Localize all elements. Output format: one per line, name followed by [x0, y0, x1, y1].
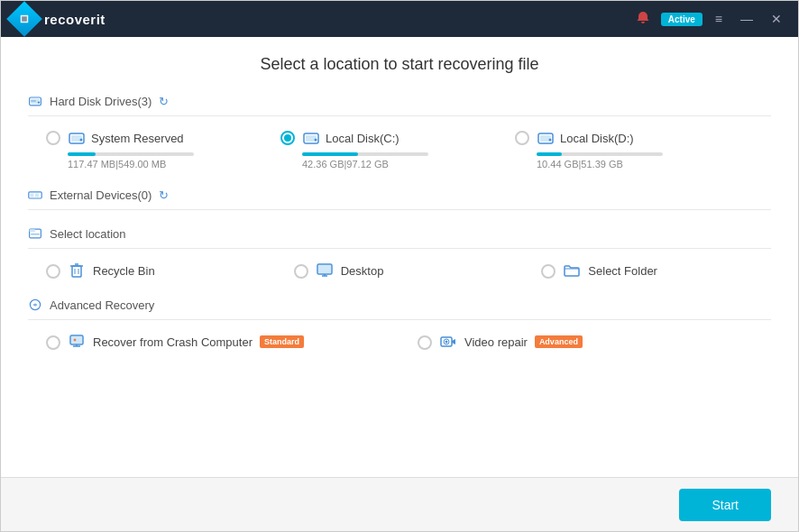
crash-computer-icon: [68, 333, 86, 351]
radio-desktop[interactable]: [294, 264, 308, 279]
app-name: recoverit: [44, 12, 106, 27]
refresh-external-icon[interactable]: ↻: [159, 188, 169, 202]
active-badge: Active: [661, 13, 703, 26]
radio-local-d[interactable]: [515, 131, 529, 145]
hard-disk-header: Hard Disk Drives(3) ↻: [28, 94, 771, 116]
location-select-folder[interactable]: Select Folder: [541, 261, 771, 280]
svg-rect-27: [318, 265, 331, 273]
svg-point-11: [315, 139, 317, 142]
video-repair-label: Video repair: [464, 335, 528, 349]
drive-label-local-c: Local Disk(C:): [326, 132, 400, 145]
drive-icon-label-local-c: Local Disk(C:): [302, 129, 428, 147]
footer: Start: [1, 477, 798, 531]
video-repair-icon: [439, 333, 457, 351]
external-devices-header: External Devices(0) ↻: [28, 188, 771, 210]
radio-system-reserved[interactable]: [46, 131, 60, 145]
drive-icon-system-reserved: [68, 129, 86, 147]
radio-video-repair[interactable]: [418, 335, 432, 350]
drive-progress-fill-local-d: [537, 152, 562, 156]
drive-info-local-d: Local Disk(D:) 10.44 GB|51.39 GB: [537, 129, 663, 170]
hard-disk-section: Hard Disk Drives(3) ↻ System: [28, 94, 771, 170]
drive-icon-label-system-reserved: System Reserved: [68, 129, 194, 147]
crash-computer-badge: Standard: [260, 335, 304, 348]
location-recycle-bin[interactable]: Recycle Bin: [46, 261, 276, 280]
title-bar-controls: Active ≡ — ✕: [632, 7, 787, 32]
drive-progress-fill-local-c: [302, 152, 358, 156]
start-button[interactable]: Start: [679, 489, 771, 521]
advanced-row: Recover from Crash Computer Standard Vid…: [28, 333, 771, 351]
hard-disk-icon: [28, 94, 42, 108]
desktop-icon: [316, 261, 334, 280]
minimize-button[interactable]: —: [735, 9, 758, 29]
location-desktop[interactable]: Desktop: [294, 261, 524, 280]
drive-label-system-reserved: System Reserved: [91, 132, 184, 145]
svg-rect-32: [71, 336, 82, 344]
drive-progress-fill-system-reserved: [68, 152, 96, 156]
svg-point-14: [549, 139, 552, 142]
radio-crash-computer[interactable]: [46, 335, 60, 350]
logo-area: recoverit: [12, 6, 632, 32]
app-logo: [6, 1, 42, 37]
menu-button[interactable]: ≡: [710, 9, 728, 29]
drive-size-system-reserved: 117.47 MB|549.00 MB: [68, 159, 194, 170]
drive-local-d[interactable]: Local Disk(D:) 10.44 GB|51.39 GB: [515, 129, 731, 170]
drive-size-local-d: 10.44 GB|51.39 GB: [537, 159, 663, 170]
drive-icon-label-local-d: Local Disk(D:): [537, 129, 663, 147]
drive-progress-local-d: [537, 152, 663, 156]
radio-select-folder[interactable]: [541, 264, 556, 279]
location-row: Recycle Bin Desktop: [28, 261, 771, 280]
svg-rect-19: [30, 229, 35, 232]
svg-point-40: [445, 341, 448, 344]
drive-size-local-c: 42.36 GB|97.12 GB: [302, 159, 428, 170]
svg-rect-16: [30, 193, 33, 197]
refresh-icon[interactable]: ↻: [159, 95, 169, 108]
select-location-icon: [28, 226, 42, 241]
close-button[interactable]: ✕: [766, 9, 787, 29]
drive-info-local-c: Local Disk(C:) 42.36 GB|97.12 GB: [302, 129, 428, 170]
select-location-section: Select location Recycle Bin: [28, 226, 771, 280]
drive-label-local-d: Local Disk(D:): [560, 132, 634, 145]
video-repair-badge: Advanced: [535, 335, 583, 348]
external-devices-icon: [28, 188, 42, 202]
select-location-label: Select location: [50, 227, 126, 241]
recycle-bin-label: Recycle Bin: [93, 264, 155, 278]
crash-computer-label: Recover from Crash Computer: [93, 335, 253, 349]
advanced-recovery-header: Advanced Recovery: [28, 298, 771, 320]
svg-rect-17: [35, 193, 39, 197]
external-devices-section: External Devices(0) ↻: [28, 188, 771, 210]
select-folder-label: Select Folder: [588, 264, 657, 278]
radio-recycle-bin[interactable]: [46, 264, 60, 279]
drive-system-reserved[interactable]: System Reserved 117.47 MB|549.00 MB: [46, 129, 262, 170]
drive-progress-local-c: [302, 152, 428, 156]
advanced-recovery-section: Advanced Recovery Recover from Crash Com…: [28, 298, 771, 351]
hard-disk-label: Hard Disk Drives(3): [50, 95, 152, 108]
drive-icon-local-d: [537, 129, 555, 147]
folder-icon: [563, 261, 581, 280]
logo-icon: [14, 9, 35, 30]
desktop-label: Desktop: [341, 264, 384, 278]
recycle-bin-icon: [68, 261, 86, 280]
select-location-header: Select location: [28, 226, 771, 249]
main-content: Select a location to start recovering fi…: [1, 37, 798, 477]
drive-icon-local-c: [302, 129, 320, 147]
advanced-recovery-label: Advanced Recovery: [50, 298, 154, 312]
drives-row: System Reserved 117.47 MB|549.00 MB: [28, 129, 771, 170]
title-bar: recoverit Active ≡ — ✕: [1, 1, 798, 37]
advanced-item-video[interactable]: Video repair Advanced: [418, 333, 771, 351]
page-heading: Select a location to start recovering fi…: [28, 55, 771, 74]
external-devices-label: External Devices(0): [50, 188, 152, 202]
drive-local-c[interactable]: Local Disk(C:) 42.36 GB|97.12 GB: [280, 129, 497, 170]
app-window: recoverit Active ≡ — ✕ Select a location…: [0, 0, 799, 532]
svg-rect-21: [72, 266, 81, 277]
drive-progress-system-reserved: [68, 152, 194, 156]
advanced-item-crash[interactable]: Recover from Crash Computer Standard: [46, 333, 400, 351]
advanced-recovery-icon: [28, 298, 42, 312]
notification-icon[interactable]: [632, 7, 654, 32]
svg-point-8: [80, 139, 83, 142]
radio-local-c[interactable]: [280, 131, 295, 145]
svg-point-4: [38, 101, 40, 103]
drive-info-system-reserved: System Reserved 117.47 MB|549.00 MB: [68, 129, 194, 170]
